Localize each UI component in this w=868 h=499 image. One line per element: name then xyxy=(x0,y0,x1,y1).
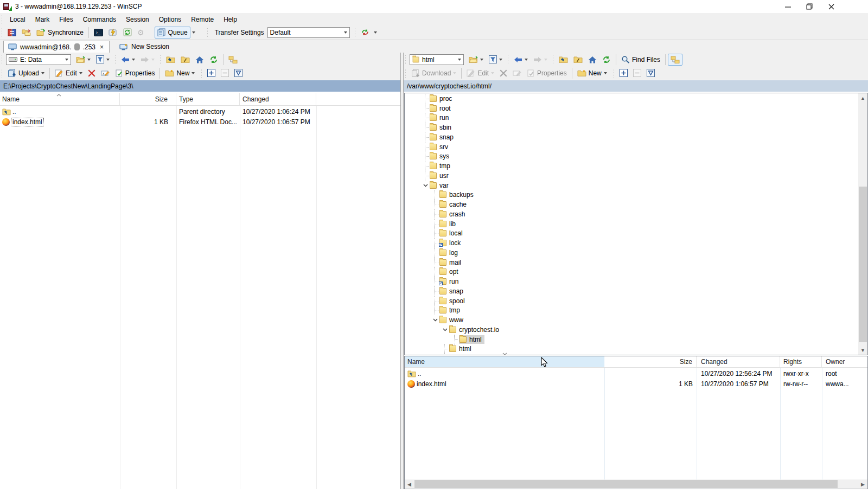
local-open-directory-button[interactable] xyxy=(73,54,93,66)
local-refresh-button[interactable] xyxy=(207,54,221,66)
list-scroll-left-icon[interactable]: ◀ xyxy=(405,479,414,489)
remote-delete-button[interactable] xyxy=(497,67,510,79)
remote-filter-button[interactable] xyxy=(486,54,505,66)
close-session-icon[interactable]: × xyxy=(99,43,105,51)
tree-item-run[interactable]: ↗run xyxy=(405,277,858,286)
local-col-changed[interactable]: Changed xyxy=(240,93,316,105)
remote-col-owner[interactable]: Owner xyxy=(822,356,867,367)
remote-file-row-..[interactable]: ..10/27/2020 12:56:24 PMrwxr-xr-xroot xyxy=(405,368,867,379)
download-button[interactable]: Download xyxy=(409,67,459,79)
remote-parent-directory-button[interactable] xyxy=(556,54,571,66)
tree-item-www[interactable]: www xyxy=(405,315,858,325)
local-nav-grip[interactable] xyxy=(114,55,117,64)
remote-home-button[interactable] xyxy=(585,54,599,66)
tree-scrollbar-thumb[interactable] xyxy=(859,187,867,342)
synchronize-button[interactable]: Synchronize xyxy=(34,27,86,39)
remote-rename-button[interactable] xyxy=(510,67,524,79)
remote-select-button[interactable] xyxy=(617,67,630,79)
local-rename-button[interactable]: x xyxy=(98,67,112,79)
preferences-button[interactable]: ⚙ xyxy=(135,27,147,39)
synchronize-browsing-button[interactable] xyxy=(19,27,34,39)
menu-session[interactable]: Session xyxy=(121,14,154,25)
local-col-size[interactable]: Size xyxy=(120,93,176,105)
local-cmd-grip[interactable] xyxy=(1,69,4,78)
tree-item-lib[interactable]: lib xyxy=(405,219,858,229)
remote-mark-grip[interactable] xyxy=(613,69,616,78)
tree-item-lock[interactable]: ↗lock xyxy=(405,238,858,248)
tree-item-mail[interactable]: mail xyxy=(405,258,858,267)
list-scroll-right-icon[interactable]: ▶ xyxy=(858,479,867,489)
remote-file-row-index.html[interactable]: index.html1 KB10/27/2020 1:06:57 PMrw-rw… xyxy=(405,379,867,389)
tree-scroll-down-icon[interactable]: ▼ xyxy=(858,346,867,355)
local-dir-grip[interactable] xyxy=(159,55,162,64)
chevron-down-icon[interactable] xyxy=(421,181,430,190)
local-toolbar-grip[interactable] xyxy=(1,55,4,64)
minimize-button[interactable] xyxy=(777,0,799,13)
local-select-button[interactable] xyxy=(205,67,218,79)
refresh-session-button[interactable] xyxy=(120,27,135,39)
local-filter-button[interactable] xyxy=(93,54,112,66)
local-delete-button[interactable] xyxy=(85,67,98,79)
menu-mark[interactable]: Mark xyxy=(30,14,55,25)
local-selection-filter-button[interactable] xyxy=(232,67,245,79)
remote-cmd-grip[interactable] xyxy=(405,69,407,78)
tree-item-usr[interactable]: usr xyxy=(405,171,858,181)
tree-item-html[interactable]: html xyxy=(405,335,858,344)
tree-item-cryptochest.io[interactable]: cryptochest.io xyxy=(405,325,858,335)
remote-back-button[interactable] xyxy=(511,54,531,66)
local-unselect-button[interactable] xyxy=(218,67,232,79)
tree-item-tmp[interactable]: tmp xyxy=(405,306,858,316)
chevron-down-icon[interactable] xyxy=(431,315,439,325)
remote-col-changed[interactable]: Changed xyxy=(697,356,780,367)
local-forward-button[interactable] xyxy=(138,54,157,66)
new-session-tab[interactable]: New Session xyxy=(115,41,174,53)
tree-item-backups[interactable]: backups xyxy=(405,190,858,200)
transfer-options-button[interactable] xyxy=(358,27,372,39)
tree-item-sbin[interactable]: sbin xyxy=(405,123,858,132)
menu-local[interactable]: Local xyxy=(5,14,30,25)
remote-forward-button[interactable] xyxy=(531,54,550,66)
local-col-type[interactable]: Type xyxy=(176,93,240,105)
remote-tree-toggle-button[interactable] xyxy=(668,54,682,66)
toolbar-grip[interactable] xyxy=(1,28,4,37)
transfer-settings-select[interactable]: Default xyxy=(267,27,350,38)
find-files-button[interactable]: Find Files xyxy=(618,54,663,66)
menu-remote[interactable]: Remote xyxy=(186,14,219,25)
local-root-directory-button[interactable] xyxy=(178,54,193,66)
close-button[interactable] xyxy=(820,0,842,13)
remote-new-button[interactable]: New xyxy=(575,67,610,79)
tree-item-spool[interactable]: spool xyxy=(405,296,858,306)
local-tree-toggle-button[interactable] xyxy=(226,54,240,66)
tree-item-local[interactable]: local xyxy=(405,229,858,239)
menu-options[interactable]: Options xyxy=(154,14,186,25)
remote-col-rights[interactable]: Rights xyxy=(780,356,822,367)
remote-edit-button[interactable]: Edit xyxy=(464,67,497,79)
local-drive-select[interactable]: E: Data xyxy=(6,54,71,65)
remote-properties-button[interactable]: Properties xyxy=(524,67,570,79)
tree-item-root[interactable]: root xyxy=(405,104,858,113)
local-back-button[interactable] xyxy=(118,54,138,66)
tree-scroll-up-icon[interactable]: ▲ xyxy=(858,93,867,103)
local-file-row-index.html[interactable]: index.html1 KBFirefox HTML Doc...10/27/2… xyxy=(0,117,400,127)
tree-item-run[interactable]: run xyxy=(405,113,858,123)
local-mark-grip[interactable] xyxy=(201,69,203,78)
transfer-mode-grip[interactable] xyxy=(354,28,357,37)
tree-item-tmp[interactable]: tmp xyxy=(405,161,858,171)
remote-root-directory-button[interactable] xyxy=(571,54,585,66)
menu-help[interactable]: Help xyxy=(219,14,242,25)
menu-files[interactable]: Files xyxy=(54,14,78,25)
remote-col-name[interactable]: Name xyxy=(405,356,604,367)
tree-item-snap[interactable]: snap xyxy=(405,286,858,296)
tree-item-proc[interactable]: proc xyxy=(405,94,858,104)
tree-item-crash[interactable]: crash xyxy=(405,209,858,219)
local-properties-button[interactable]: Properties xyxy=(112,67,158,79)
transfer-options-dropdown[interactable] xyxy=(372,27,379,39)
menu-commands[interactable]: Commands xyxy=(78,14,121,25)
remote-open-directory-button[interactable] xyxy=(466,54,486,66)
chevron-down-icon[interactable] xyxy=(441,325,449,335)
tree-item-srv[interactable]: srv xyxy=(405,142,858,152)
tree-item-snap[interactable]: snap xyxy=(405,132,858,142)
tree-item-sys[interactable]: sys xyxy=(405,152,858,162)
local-home-button[interactable] xyxy=(193,54,207,66)
restore-button[interactable] xyxy=(799,0,820,13)
